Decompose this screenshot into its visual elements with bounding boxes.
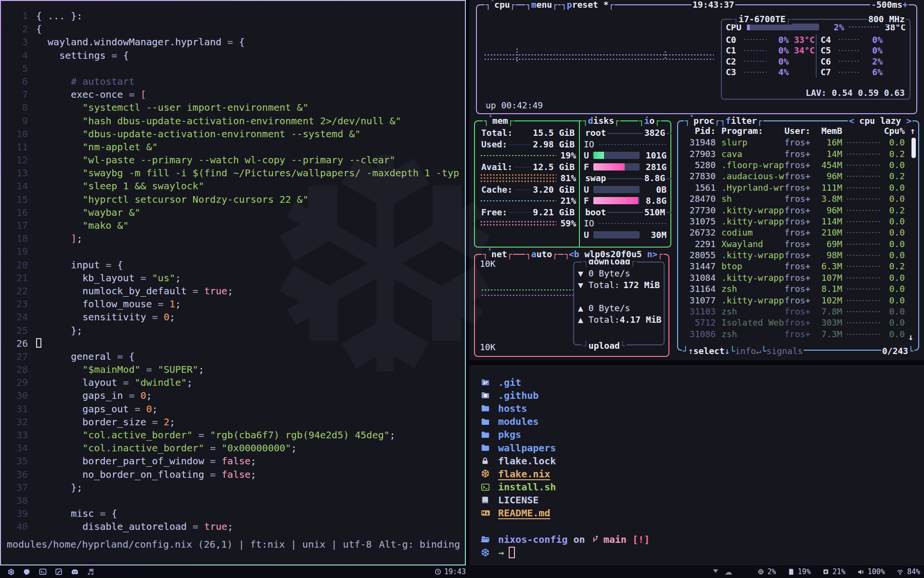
code-line[interactable]: 25 }; (1, 324, 463, 337)
preset-button[interactable]: preset * (561, 0, 615, 10)
wifi-module[interactable]: 84% (897, 567, 920, 576)
process-name: .kitty-wrapped (721, 295, 784, 305)
code-line[interactable]: 14 "sleep 1 && swaylock" (1, 180, 463, 193)
process-row[interactable]: 5712Isolated Web Cfros+303M0.0 (678, 317, 918, 328)
code-line[interactable]: 12 "wl-paste --primary --watch wl-copy -… (1, 154, 463, 167)
process-row[interactable]: 1561.Hyprland-wrapfros+111M0.0 (678, 182, 918, 193)
process-row[interactable]: 26732codiumfros+210M0.0 (678, 227, 918, 238)
interval-minus-button[interactable]: - (871, 0, 876, 10)
firefox-launcher-icon[interactable] (23, 567, 31, 576)
code-line[interactable]: 8 "systemctl --user import-environment &… (1, 101, 463, 114)
process-row[interactable]: 28470shfros+3.8M0.0 (678, 193, 918, 204)
code-line[interactable]: 18 ]; (1, 232, 463, 245)
code-line[interactable]: 40 disable_autoreload = true; (1, 520, 463, 533)
volume-module[interactable]: 100% (857, 567, 885, 576)
net-interface-switcher[interactable]: <b wlp0s20f0u5 n> (568, 248, 664, 260)
code-line[interactable]: 30 gaps_in = 0; (1, 389, 463, 402)
file-list-item: wallpapers (481, 441, 924, 454)
notes-launcher-icon[interactable] (54, 567, 63, 576)
code-line[interactable]: 28 "$mainMod" = "SUPER"; (1, 363, 463, 376)
disk-module[interactable]: 21% (822, 567, 846, 576)
code-area[interactable]: 1{ ... }:2{3 wayland.windowManager.hyprl… (1, 10, 463, 534)
terminal-window[interactable]: .git.githubhostsmodulespkgswallpapersfla… (469, 365, 924, 565)
code-line[interactable]: 39 misc = { (1, 507, 463, 520)
process-row[interactable]: 2291Xwaylandfros+69M0.0 (678, 238, 918, 250)
process-row[interactable]: 27903cavafros+14M0.2 (678, 148, 918, 159)
code-line[interactable]: 15 "hyprctl setcursor Nordzy-cursors 22 … (1, 193, 463, 206)
editor-window[interactable]: 1{ ... }:2{3 wayland.windowManager.hyprl… (0, 0, 466, 565)
code-line[interactable]: 17 "mako &" (1, 219, 463, 232)
disks-toggle[interactable]: disks (582, 115, 620, 126)
code-line[interactable]: 35 border_part_of_window = false; (1, 455, 463, 468)
process-row[interactable]: 28055.kitty-wrappedfros+98M0.0 (678, 250, 918, 261)
code-line[interactable]: 24 sensitivity = 0; (1, 311, 463, 324)
cloud-icon[interactable]: ☁ (725, 567, 732, 577)
process-row[interactable]: 31447btopfros+6.3M0.2 (678, 261, 918, 272)
process-row[interactable]: 31077.kitty-wrappedfros+102M0.0 (678, 294, 918, 305)
code-line[interactable]: 33 "col.active_border" = "rgb(cba6f7) rg… (1, 429, 463, 442)
code-line[interactable]: 7 exec-once = [ (1, 88, 463, 101)
code-line[interactable]: 38 (1, 494, 463, 507)
code-line[interactable]: 2{ (1, 23, 463, 36)
process-row[interactable]: 31086zshfros+7.3M0.0 (678, 328, 918, 340)
nix-logo-launcher-icon[interactable]: ❆ (7, 567, 15, 576)
menu-button[interactable]: menu (525, 0, 558, 10)
code-line[interactable]: 32 border_size = 2; (1, 416, 463, 429)
taskbar-clock[interactable]: 19:43 (435, 565, 466, 578)
process-row[interactable]: 31103zshfros+7.8M0.0 (678, 306, 918, 317)
code-line[interactable]: 9 "hash dbus-update-activation-environme… (1, 115, 463, 128)
code-line[interactable]: 29 layout = "dwindle"; (1, 376, 463, 389)
code-line[interactable]: 23 follow_mouse = 1; (1, 298, 463, 311)
net-auto-button[interactable]: auto (525, 248, 558, 260)
process-row[interactable]: 31084.kitty-wrappedfros+107M0.0 (678, 272, 918, 283)
process-row[interactable]: 5280.floorp-wrappefros+454M0.0 (678, 159, 918, 171)
io-toggle[interactable]: io (638, 115, 661, 126)
code-line[interactable]: 1{ ... }: (1, 10, 463, 23)
code-line[interactable]: 13 "swaybg -m fill -i $(find ~/Pictures/… (1, 167, 463, 180)
process-row[interactable]: 31075.kitty-wrappedfros+114M0.0 (678, 216, 918, 227)
code-line[interactable]: 4 settings = { (1, 49, 463, 62)
proc-scrollbar[interactable] (911, 138, 916, 158)
system-tray[interactable]: ☁ (712, 567, 732, 577)
proc-sort-control[interactable]: < cpu lazy > (848, 115, 912, 126)
sort-next-button[interactable]: > (906, 116, 911, 126)
code-line[interactable]: 36 no_border_on_floating = false; (1, 468, 463, 481)
code-line[interactable]: 6 # autostart (1, 75, 463, 88)
code-line[interactable]: 21 kb_layout = "us"; (1, 272, 463, 285)
shell-input-line[interactable]: ❆ → (481, 546, 924, 559)
code-line[interactable]: 5 (1, 62, 463, 75)
code-line[interactable]: 22 numlock_by_default = true; (1, 285, 463, 298)
cpu-core-row: C34% (726, 67, 815, 78)
proc-filter-button[interactable]: filter (719, 115, 763, 126)
code-line[interactable]: 31 gaps_out = 0; (1, 403, 463, 416)
interval-control[interactable]: -500ms+ (870, 0, 909, 10)
info-button[interactable]: info (735, 346, 756, 356)
code-line[interactable]: 26 (1, 337, 463, 350)
code-line[interactable]: 37 }; (1, 481, 463, 494)
process-row[interactable]: 31948slurpfros+16M0.0 (678, 137, 918, 148)
code-line[interactable]: 34 "col.inactive_border" = "0x00000000"; (1, 442, 463, 455)
cpu-chip-module[interactable]: 2% (757, 567, 776, 576)
code-line[interactable]: 11 "nm-applet &" (1, 141, 463, 154)
wifi-tray-icon[interactable] (712, 567, 719, 577)
signals-button[interactable]: signals (766, 346, 803, 356)
process-row[interactable]: 27830.audacious-wrafros+96M0.2 (678, 171, 918, 182)
code-line[interactable]: 19 (1, 245, 463, 258)
terminal-launcher-icon[interactable] (38, 567, 47, 576)
discord-launcher-icon[interactable] (70, 567, 79, 576)
process-row[interactable]: 27730.kitty-wrappedfros+96M0.2 (678, 204, 918, 215)
sort-prev-button[interactable]: < (849, 116, 854, 126)
music-launcher-icon[interactable]: ♬ (86, 567, 95, 576)
memory-module[interactable]: 19% (788, 567, 811, 576)
code-line[interactable]: 27 general = { (1, 350, 463, 363)
select-button[interactable]: select (693, 346, 725, 356)
code-line[interactable]: 16 "waybar &" (1, 206, 463, 219)
code-line[interactable]: 10 "dbus-update-activation-environment -… (1, 128, 463, 141)
code-line[interactable]: 20 input = { (1, 259, 463, 272)
process-row[interactable]: 31164zshfros+8.1M0.0 (678, 283, 918, 294)
select-up-icon[interactable]: ↑ (688, 346, 693, 356)
code-line[interactable]: 3 wayland.windowManager.hyprland = { (1, 36, 463, 49)
interval-plus-button[interactable]: + (902, 0, 908, 10)
select-down-icon[interactable]: ↓ (725, 346, 730, 356)
process-cpu: 0.0 (881, 329, 905, 339)
